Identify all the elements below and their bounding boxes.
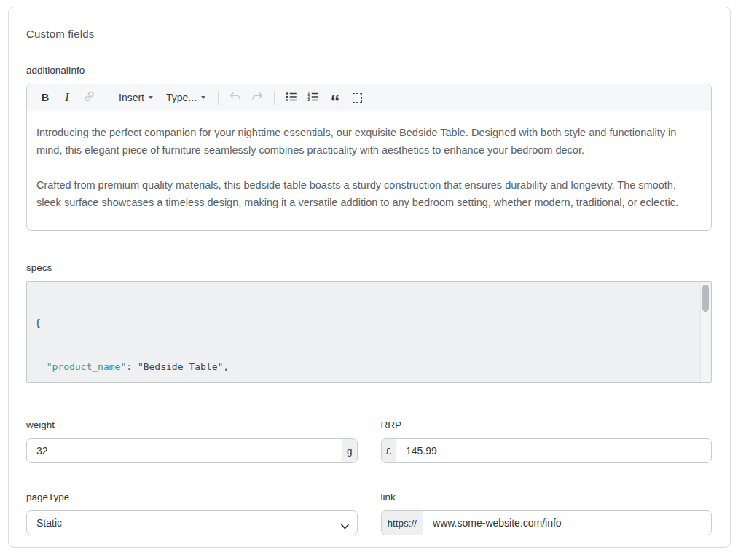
scrollbar-track[interactable] [700,283,710,382]
unordered-list-icon [285,90,298,106]
rrp-field: RRP £ [381,419,713,463]
blockquote-icon: “ [331,90,340,106]
chevron-down-icon [149,96,153,99]
dashed-square-icon [353,93,362,103]
weight-label: weight [26,419,358,430]
link-button[interactable] [79,88,98,107]
custom-fields-card: Custom fields additionalInfo B I [8,7,731,548]
page-type-select[interactable]: Static [26,510,358,535]
undo-icon [229,90,242,106]
toolbar-divider [106,91,106,105]
svg-text:3: 3 [307,98,310,102]
rrp-input[interactable] [396,438,712,463]
editor-toolbar: B I Insert Typ [27,84,711,111]
editor-content[interactable]: Introducing the perfect companion for yo… [27,111,711,230]
page-type-label: pageType [26,492,358,502]
resize-grip-icon[interactable] [702,373,710,381]
weight-unit-addon: g [342,438,358,463]
link-icon [83,90,95,105]
code-line: { [35,316,692,331]
specs-code-editor[interactable]: { "product_name": "Bedside Table", "mate… [26,281,712,383]
code-line: "product_name": "Bedside Table", [35,360,692,374]
toolbar-divider [274,91,275,105]
code-block-button[interactable] [348,88,366,107]
type-dropdown-label: Type... [166,92,197,103]
rrp-label: RRP [381,419,713,430]
ordered-list-button[interactable]: 123 [304,88,323,107]
redo-icon [251,90,264,106]
additional-info-field: additionalInfo B I Insert [26,65,712,231]
link-label: link [381,492,713,502]
blockquote-button[interactable]: “ [326,88,345,107]
ordered-list-icon: 123 [307,90,320,106]
insert-dropdown-label: Insert [119,92,144,103]
weight-rrp-row: weight g RRP £ [26,419,712,463]
section-title: Custom fields [26,28,712,40]
scrollbar-thumb[interactable] [702,285,709,312]
link-input[interactable] [423,510,712,535]
specs-label: specs [26,262,712,273]
weight-field: weight g [26,419,358,463]
insert-dropdown[interactable]: Insert [112,88,160,107]
redo-button[interactable] [248,88,267,107]
bold-button[interactable]: B [36,88,55,107]
weight-input[interactable] [26,438,342,463]
rich-text-editor: B I Insert Typ [26,84,712,231]
link-field: link https:// [381,492,713,535]
specs-field: specs { "product_name": "Bedside Table",… [26,262,712,383]
toolbar-divider [218,91,219,105]
type-dropdown[interactable]: Type... [160,88,212,107]
page-type-field: pageType Static [26,492,358,535]
chevron-down-icon [201,96,205,99]
pagetype-link-row: pageType Static link https:// [26,492,712,535]
editor-paragraph: Crafted from premium quality materials, … [36,176,701,211]
undo-button[interactable] [226,88,245,107]
protocol-addon: https:// [381,510,424,535]
editor-paragraph: Introducing the perfect companion for yo… [36,124,701,159]
unordered-list-button[interactable] [282,88,301,107]
italic-button[interactable]: I [58,88,76,107]
currency-addon: £ [381,438,397,463]
additional-info-label: additionalInfo [26,65,712,76]
